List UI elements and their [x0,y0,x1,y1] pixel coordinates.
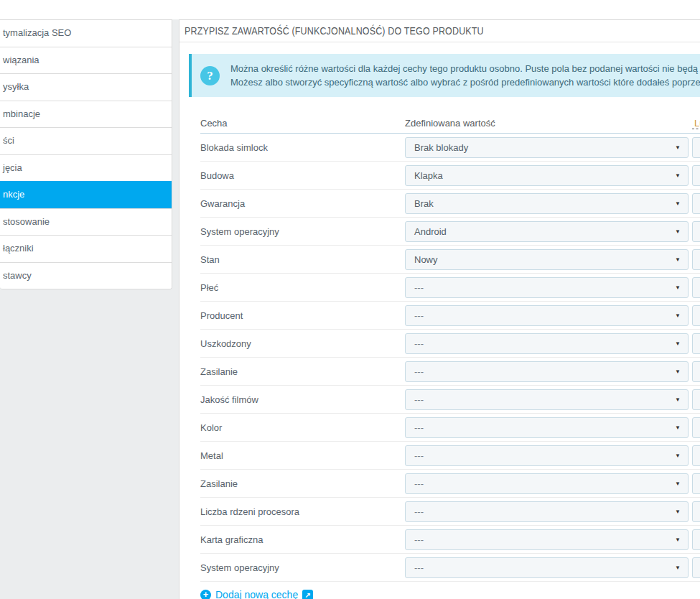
feature-name: Karta graficzna [200,534,405,545]
selected-value: --- [414,506,424,517]
sidebar-item[interactable]: stosowanie [0,208,172,236]
sidebar-item[interactable]: stawcy [0,262,172,289]
info-line-2: Możesz albo stworzyć specyficzną wartość… [230,75,700,89]
custom-value-input[interactable] [692,137,700,158]
sidebar-item-label: wiązania [3,55,39,65]
features-rows: Blokada simlock Brak blokady ▼ Budowa Kl… [200,134,700,582]
custom-value-input[interactable] [692,277,700,298]
predefined-value-select[interactable]: --- ▼ [405,389,689,410]
feature-row: System operacyjny --- ▼ [200,554,700,582]
custom-value-input[interactable] [692,501,700,522]
dropdown-arrow-icon: ▼ [675,396,681,403]
selected-value: --- [414,366,424,377]
sidebar-item[interactable]: ysyłka [0,73,172,101]
custom-value-input[interactable] [692,193,700,214]
feature-name: Kolor [200,422,405,433]
panel-title: PRZYPISZ ZAWARTOŚĆ (FUNKCJONALNOŚĆ) DO T… [179,20,700,42]
feature-name: Uszkodzony [200,338,405,349]
predefined-value-select[interactable]: --- ▼ [405,333,689,354]
dropdown-arrow-icon: ▼ [675,340,681,347]
sidebar-item[interactable]: łączniki [0,235,172,262]
custom-value-input[interactable] [692,333,700,354]
selected-value: Brak blokady [414,142,468,153]
selected-value: --- [414,338,424,349]
custom-value-input[interactable] [692,473,700,494]
custom-value-input[interactable] [692,305,700,326]
predefined-value-select[interactable]: --- ▼ [405,445,689,466]
predefined-value-select[interactable]: --- ▼ [405,557,689,578]
sidebar-item[interactable]: nkcje [0,181,172,208]
predefined-value-select[interactable]: Brak blokady ▼ [405,137,689,158]
custom-value-input[interactable] [692,249,700,270]
dropdown-arrow-icon: ▼ [675,537,681,543]
sidebar-item-label: ści [3,135,14,146]
feature-name: Płeć [200,282,405,293]
dropdown-arrow-icon: ▼ [675,480,681,487]
dropdown-arrow-icon: ▼ [675,312,681,319]
feature-row: Gwarancja Brak ▼ [200,190,700,218]
features-table-header: Cecha Zdefiniowana wartość Lub [200,113,700,134]
selected-value: Klapka [414,170,443,181]
add-feature-link[interactable]: + Dodaj nową cechę ↗ [200,589,365,599]
sidebar-item-label: tymalizacja SEO [3,27,71,38]
custom-value-input[interactable] [692,445,700,466]
custom-value-input[interactable] [692,165,700,186]
dropdown-arrow-icon: ▼ [675,565,681,571]
feature-name: Gwarancja [200,198,405,209]
dropdown-arrow-icon: ▼ [675,200,681,207]
panel-title-text: PRZYPISZ ZAWARTOŚĆ (FUNKCJONALNOŚĆ) DO T… [185,20,484,42]
predefined-value-select[interactable]: --- ▼ [405,501,689,522]
custom-value-input[interactable] [692,557,700,578]
selected-value: --- [414,562,424,573]
feature-name: Blokada simlock [200,142,405,153]
dropdown-arrow-icon: ▼ [675,144,681,151]
feature-name: Producent [200,310,405,321]
column-header-feature: Cecha [200,118,405,129]
selected-value: --- [414,310,424,321]
feature-name: System operacyjny [200,562,405,573]
predefined-value-select[interactable]: --- ▼ [405,417,689,438]
predefined-value-select[interactable]: --- ▼ [405,473,689,494]
sidebar-item-label: stawcy [3,270,32,281]
sidebar-item-label: łączniki [3,243,34,254]
predefined-value-select[interactable]: Android ▼ [405,221,689,242]
predefined-value-select[interactable]: Nowy ▼ [405,249,689,270]
custom-value-input[interactable] [692,361,700,382]
sidebar-item-label: stosowanie [3,216,50,227]
feature-name: Jakość filmów [200,394,405,405]
selected-value: --- [414,282,424,293]
predefined-value-select[interactable]: Klapka ▼ [405,165,689,186]
custom-value-input[interactable] [692,529,700,550]
selected-value: --- [414,534,424,545]
sidebar-item[interactable]: tymalizacja SEO [0,20,172,47]
sidebar-item[interactable]: wiązania [0,47,172,74]
predefined-value-select[interactable]: Brak ▼ [405,193,689,214]
sidebar-item-label: ysyłka [3,81,29,92]
feature-row: Kolor --- ▼ [200,414,700,442]
predefined-value-select[interactable]: --- ▼ [405,361,689,382]
feature-name: Zasilanie [200,478,405,489]
info-line-1: Można określić różne wartości dla każdej… [230,62,700,75]
predefined-value-select[interactable]: --- ▼ [405,305,689,326]
feature-row: Liczba rdzeni procesora --- ▼ [200,498,700,526]
feature-row: Metal --- ▼ [200,442,700,470]
dropdown-arrow-icon: ▼ [675,172,681,179]
sidebar-item[interactable]: ści [0,127,172,154]
predefined-value-select[interactable]: --- ▼ [405,277,689,298]
custom-value-input[interactable] [692,389,700,410]
column-header-predefined-value: Zdefiniowana wartość [405,118,689,129]
predefined-value-select[interactable]: --- ▼ [405,529,689,550]
sidebar-item[interactable]: mbinacje [0,101,172,128]
dropdown-arrow-icon: ▼ [675,509,681,515]
info-alert: ? Można określić różne wartości dla każd… [189,54,700,97]
custom-value-input[interactable] [692,417,700,438]
add-feature-label: Dodaj nową cechę [215,589,298,599]
feature-name: Metal [200,450,405,461]
selected-value: Brak [414,198,434,209]
features-table: Cecha Zdefiniowana wartość Lub Blokada s… [200,113,700,582]
selected-value: --- [414,478,424,489]
sidebar-item[interactable]: jęcia [0,154,172,182]
custom-value-input[interactable] [692,221,700,242]
dropdown-arrow-icon: ▼ [675,256,681,263]
feature-row: Płeć --- ▼ [200,274,700,302]
